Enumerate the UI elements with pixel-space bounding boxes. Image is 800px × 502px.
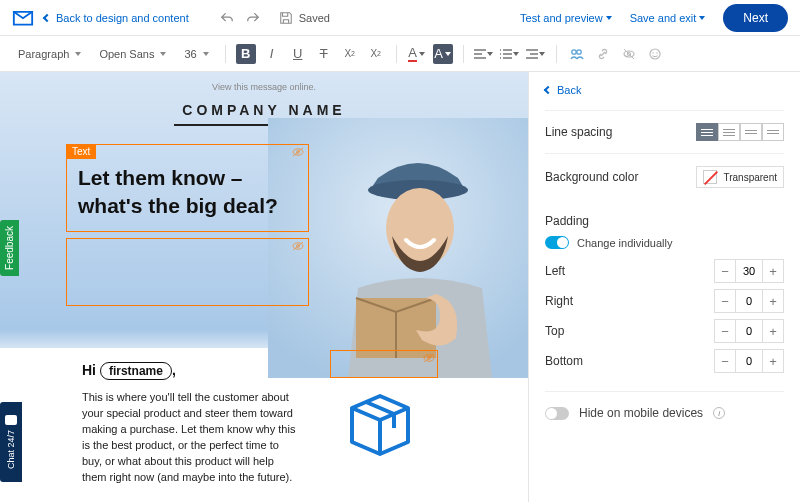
padding-top-stepper[interactable]: − +	[714, 319, 784, 343]
save-icon	[279, 11, 293, 25]
caret-down-icon	[699, 16, 705, 20]
caret-down-icon	[160, 52, 166, 56]
superscript-button[interactable]: X2	[366, 44, 386, 64]
padding-bottom-label: Bottom	[545, 354, 583, 368]
font-size-select[interactable]: 36	[178, 44, 214, 64]
decrement-button[interactable]: −	[715, 290, 735, 312]
change-individually-toggle[interactable]	[545, 236, 569, 249]
app-logo	[12, 10, 34, 26]
svg-point-5	[652, 52, 653, 53]
decrement-button[interactable]: −	[715, 350, 735, 372]
visibility-icon	[423, 353, 435, 363]
padding-right-input[interactable]	[735, 290, 763, 312]
caret-down-icon	[513, 52, 519, 56]
body-paragraph[interactable]: This is where you'll tell the customer a…	[82, 390, 300, 486]
padding-left-input[interactable]	[735, 260, 763, 282]
test-preview-menu[interactable]: Test and preview	[520, 12, 612, 24]
padding-top-input[interactable]	[735, 320, 763, 342]
text-block-selection-lower[interactable]	[66, 238, 309, 306]
line-spacing-opt-4[interactable]	[762, 123, 784, 141]
decrement-button[interactable]: −	[715, 260, 735, 282]
bg-color-picker[interactable]: Transparent	[696, 166, 784, 188]
test-preview-label: Test and preview	[520, 12, 603, 24]
caret-down-icon	[203, 52, 209, 56]
redo-button[interactable]	[245, 10, 261, 26]
size-label: 36	[184, 48, 196, 60]
subscript-button[interactable]: X2	[340, 44, 360, 64]
panel-back-link[interactable]: Back	[545, 84, 784, 96]
caret-down-icon	[539, 52, 545, 56]
info-icon[interactable]: i	[713, 407, 725, 419]
save-exit-menu[interactable]: Save and exit	[630, 12, 706, 24]
panel-back-label: Back	[557, 84, 581, 96]
image-block-selection[interactable]	[330, 350, 438, 378]
line-spacing-opt-1[interactable]	[696, 123, 718, 141]
caret-down-icon	[445, 52, 451, 56]
padding-left-stepper[interactable]: − +	[714, 259, 784, 283]
line-spacing-opt-2[interactable]	[718, 123, 740, 141]
transparent-swatch-icon	[703, 170, 717, 184]
italic-button[interactable]: I	[262, 44, 282, 64]
feedback-tab[interactable]: Feedback	[0, 220, 19, 276]
svg-point-6	[656, 52, 657, 53]
bold-button[interactable]: B	[236, 44, 256, 64]
caret-down-icon	[487, 52, 493, 56]
style-label: Paragraph	[18, 48, 69, 60]
font-family-select[interactable]: Open Sans	[93, 44, 172, 64]
list-button[interactable]	[500, 44, 520, 64]
align-left-button[interactable]	[474, 44, 494, 64]
chat-tab[interactable]: Chat 24/7	[0, 402, 22, 482]
saved-status: Saved	[279, 11, 330, 25]
headline-line1: Let them know –	[78, 166, 243, 189]
headline-text[interactable]: Let them know – what's the big deal?	[78, 164, 278, 221]
increment-button[interactable]: +	[763, 320, 783, 342]
decrement-button[interactable]: −	[715, 320, 735, 342]
svg-point-9	[386, 188, 454, 268]
increment-button[interactable]: +	[763, 350, 783, 372]
chat-label: Chat 24/7	[6, 429, 16, 468]
merge-tag-button[interactable]	[567, 44, 587, 64]
chat-bubble-icon	[5, 415, 17, 425]
padding-bottom-stepper[interactable]: − +	[714, 349, 784, 373]
increment-button[interactable]: +	[763, 260, 783, 282]
svg-point-4	[650, 49, 660, 59]
caret-down-icon	[606, 16, 612, 20]
strikethrough-button[interactable]: T	[314, 44, 334, 64]
paragraph-style-select[interactable]: Paragraph	[12, 44, 87, 64]
visibility-icon	[292, 241, 304, 251]
hide-mobile-toggle[interactable]	[545, 407, 569, 420]
change-individually-label: Change individually	[577, 237, 672, 249]
caret-down-icon	[75, 52, 81, 56]
padding-top-label: Top	[545, 324, 564, 338]
back-to-design-link[interactable]: Back to design and content	[44, 12, 189, 24]
svg-point-0	[571, 49, 575, 53]
padding-section-label: Padding	[545, 214, 784, 228]
emoji-button[interactable]	[645, 44, 665, 64]
padding-bottom-input[interactable]	[735, 350, 763, 372]
bg-swatch-label: Transparent	[723, 172, 777, 183]
highlight-color-button[interactable]: A	[433, 44, 453, 64]
unlink-button[interactable]	[619, 44, 639, 64]
underline-button[interactable]: U	[288, 44, 308, 64]
line-spacing-opt-3[interactable]	[740, 123, 762, 141]
increment-button[interactable]: +	[763, 290, 783, 312]
view-online-link[interactable]: View this message online.	[0, 72, 528, 98]
link-button[interactable]	[593, 44, 613, 64]
padding-right-label: Right	[545, 294, 573, 308]
text-color-button[interactable]: A	[407, 44, 427, 64]
line-spacing-label: Line spacing	[545, 125, 612, 139]
next-button[interactable]: Next	[723, 4, 788, 32]
svg-point-1	[576, 49, 580, 53]
font-label: Open Sans	[99, 48, 154, 60]
saved-label: Saved	[299, 12, 330, 24]
undo-button[interactable]	[219, 10, 235, 26]
save-exit-label: Save and exit	[630, 12, 697, 24]
padding-right-stepper[interactable]: − +	[714, 289, 784, 313]
bg-color-label: Background color	[545, 170, 638, 184]
hide-mobile-label: Hide on mobile devices	[579, 406, 703, 420]
chevron-left-icon	[43, 13, 51, 21]
indent-button[interactable]	[526, 44, 546, 64]
visibility-icon	[292, 147, 304, 157]
merge-token-firstname[interactable]: firstname	[100, 362, 172, 380]
headline-line2: what's the big deal?	[78, 194, 278, 217]
